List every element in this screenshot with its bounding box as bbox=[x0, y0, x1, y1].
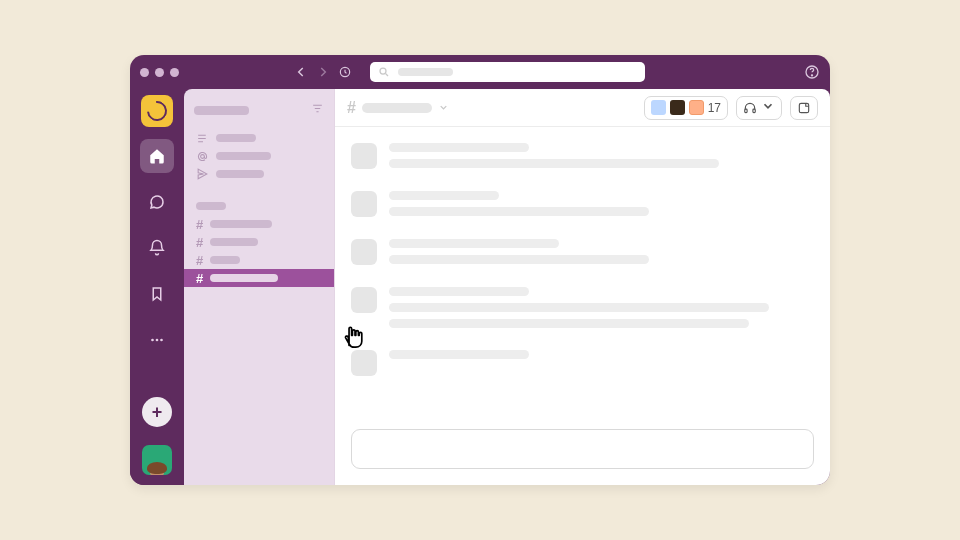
channel-item-selected[interactable]: # bbox=[184, 269, 334, 287]
rail-more[interactable] bbox=[140, 323, 174, 357]
message-row[interactable] bbox=[351, 239, 810, 265]
message-composer[interactable] bbox=[351, 429, 814, 469]
rail-dms[interactable] bbox=[140, 185, 174, 219]
text-line bbox=[389, 350, 529, 359]
workspace-name[interactable] bbox=[194, 106, 249, 115]
message-row[interactable] bbox=[351, 143, 810, 169]
hash-icon: # bbox=[196, 235, 203, 250]
channel-name bbox=[210, 220, 272, 228]
member-count-button[interactable]: 17 bbox=[644, 96, 728, 120]
rail-activity[interactable] bbox=[140, 231, 174, 265]
text-line bbox=[389, 159, 719, 168]
member-avatar-icon bbox=[670, 100, 685, 115]
workspace-rail: + bbox=[130, 89, 184, 485]
channel-name bbox=[210, 238, 258, 246]
hash-icon: # bbox=[196, 217, 203, 232]
svg-rect-9 bbox=[753, 109, 755, 113]
close-dot[interactable] bbox=[140, 68, 149, 77]
threads-icon bbox=[196, 132, 209, 145]
message-list[interactable] bbox=[335, 127, 830, 419]
message-body bbox=[389, 350, 810, 376]
hash-icon: # bbox=[196, 253, 203, 268]
message-body bbox=[389, 143, 810, 169]
minimize-dot[interactable] bbox=[155, 68, 164, 77]
help-icon[interactable] bbox=[804, 64, 820, 80]
text-line bbox=[389, 191, 499, 200]
mentions-icon bbox=[196, 150, 209, 163]
message-body bbox=[389, 191, 810, 217]
message-avatar[interactable] bbox=[351, 287, 377, 313]
svg-point-6 bbox=[160, 339, 163, 342]
message-row[interactable] bbox=[351, 350, 810, 376]
filter-icon[interactable] bbox=[311, 101, 324, 119]
hash-icon: # bbox=[347, 99, 356, 117]
channel-item[interactable]: # bbox=[184, 251, 334, 269]
canvas-icon bbox=[797, 101, 811, 115]
bookmark-icon bbox=[148, 285, 166, 303]
rail-home[interactable] bbox=[140, 139, 174, 173]
message-avatar[interactable] bbox=[351, 191, 377, 217]
sidebar-item-mentions[interactable] bbox=[184, 147, 334, 165]
message-icon bbox=[148, 193, 166, 211]
sidebar-item-label bbox=[216, 152, 271, 160]
chevron-down-icon bbox=[761, 99, 775, 116]
chevron-down-icon bbox=[438, 99, 449, 117]
user-avatar[interactable] bbox=[142, 445, 172, 475]
main-panel: # 17 bbox=[334, 89, 830, 485]
message-body bbox=[389, 239, 810, 265]
svg-point-4 bbox=[151, 339, 154, 342]
maximize-dot[interactable] bbox=[170, 68, 179, 77]
message-avatar[interactable] bbox=[351, 239, 377, 265]
svg-point-5 bbox=[156, 339, 159, 342]
channel-item[interactable]: # bbox=[184, 233, 334, 251]
svg-point-3 bbox=[811, 75, 812, 76]
bell-icon bbox=[148, 239, 166, 257]
text-line bbox=[389, 143, 529, 152]
svg-rect-10 bbox=[799, 103, 808, 112]
svg-point-1 bbox=[380, 68, 386, 74]
channel-title[interactable]: # bbox=[347, 99, 449, 117]
history-icon[interactable] bbox=[338, 65, 352, 79]
channel-sidebar: # # # # bbox=[184, 89, 334, 485]
member-avatar-icon bbox=[651, 100, 666, 115]
workspace-logo-icon bbox=[143, 97, 171, 125]
canvas-button[interactable] bbox=[790, 96, 818, 120]
text-line bbox=[389, 239, 559, 248]
member-count: 17 bbox=[708, 101, 721, 115]
huddle-button[interactable] bbox=[736, 96, 782, 120]
search-input[interactable] bbox=[370, 62, 645, 82]
home-icon bbox=[148, 147, 166, 165]
sidebar-item-threads[interactable] bbox=[184, 129, 334, 147]
sidebar-section-header[interactable] bbox=[184, 197, 334, 215]
text-line bbox=[389, 255, 649, 264]
sidebar-item-label bbox=[216, 134, 256, 142]
message-avatar[interactable] bbox=[351, 143, 377, 169]
rail-later[interactable] bbox=[140, 277, 174, 311]
text-line bbox=[389, 303, 769, 312]
forward-icon[interactable] bbox=[316, 65, 330, 79]
titlebar bbox=[130, 55, 830, 89]
message-row[interactable] bbox=[351, 287, 810, 328]
channel-name-text bbox=[362, 103, 432, 113]
add-button[interactable]: + bbox=[142, 397, 172, 427]
search-icon bbox=[378, 66, 390, 78]
message-row[interactable] bbox=[351, 191, 810, 217]
text-line bbox=[389, 287, 529, 296]
channel-name bbox=[210, 256, 240, 264]
svg-point-7 bbox=[201, 154, 205, 158]
workspace-switcher[interactable] bbox=[141, 95, 173, 127]
channel-item[interactable]: # bbox=[184, 215, 334, 233]
headphones-icon bbox=[743, 101, 757, 115]
svg-rect-8 bbox=[745, 109, 747, 113]
app-window: + bbox=[130, 55, 830, 485]
drafts-icon bbox=[196, 168, 209, 181]
text-line bbox=[389, 207, 649, 216]
ellipsis-icon bbox=[148, 331, 166, 349]
message-body bbox=[389, 287, 810, 328]
member-avatar-icon bbox=[689, 100, 704, 115]
message-avatar[interactable] bbox=[351, 350, 377, 376]
back-icon[interactable] bbox=[294, 65, 308, 79]
section-label bbox=[196, 202, 226, 210]
window-controls[interactable] bbox=[140, 68, 179, 77]
sidebar-item-drafts[interactable] bbox=[184, 165, 334, 183]
